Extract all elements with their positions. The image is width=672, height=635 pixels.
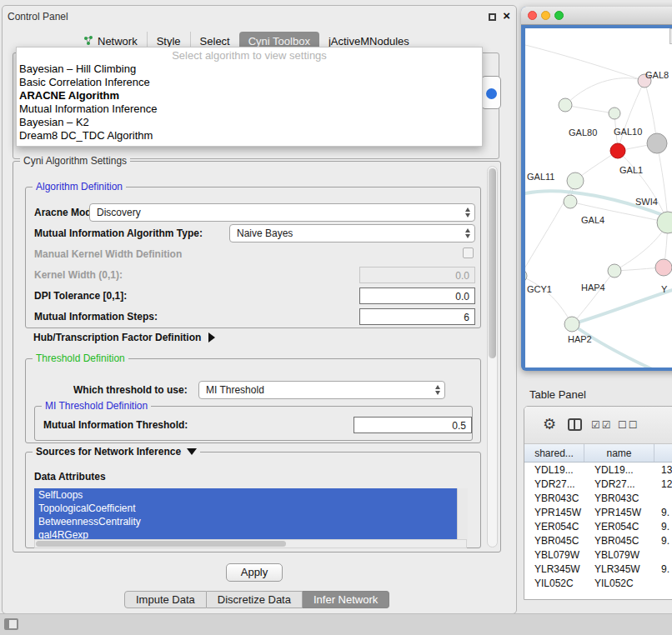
network-node[interactable] [567,172,584,189]
network-canvas[interactable]: GAL8 GAL80 GAL10 GAL1 GAL11 SWI4 GAL4 GC… [525,28,672,368]
node-label: GAL1 [619,165,643,175]
manual-kernel-width-checkbox[interactable] [463,248,474,258]
algorithm-definition-title: Algorithm Definition [33,181,126,192]
network-node[interactable] [564,317,579,332]
tab-label: Style [157,35,181,48]
column-header-name[interactable]: name [584,444,654,462]
attribute-item-selected[interactable]: TopologicalCoefficient [34,502,457,515]
dpi-tolerance-label: DPI Tolerance [0,1]: [34,290,127,302]
table-toolbar: ⚙ ☑☑ ☐☐ [524,407,672,444]
restore-panel-icon[interactable] [4,618,18,630]
cell-value: 9. [654,505,672,519]
scrollbar-thumb[interactable] [489,168,496,358]
minimize-window-icon[interactable] [541,11,550,20]
tab-discretize-data[interactable]: Discretize Data [207,591,303,608]
algorithm-option[interactable]: Mutual Information Inference [17,102,482,116]
close-panel-icon[interactable]: × [503,8,510,22]
table-row[interactable]: YPR145W YPR145W 9. [524,505,672,519]
tab-infer-network[interactable]: Infer Network [303,591,389,608]
network-node[interactable] [559,98,572,112]
cell-name: YIL052C [584,576,654,590]
table-row[interactable]: YIL052C YIL052C [524,576,672,590]
attribute-item-selected[interactable]: BetweennessCentrality [34,515,457,528]
table-row[interactable]: YDR27... YDR27... 12 [524,477,672,491]
close-window-icon[interactable] [528,11,537,20]
network-node[interactable] [608,264,621,278]
table-panel-title: Table Panel [529,388,586,401]
settings-scrollbar[interactable] [487,166,498,548]
network-node-selected[interactable] [610,143,625,158]
combo-arrows-icon [465,228,470,238]
mi-threshold-label: Mutual Information Threshold: [43,419,188,431]
columns-icon[interactable] [568,418,582,431]
which-threshold-select[interactable]: MI Threshold [198,381,445,399]
cell-value: 9. [654,562,672,576]
aracne-mode-select[interactable]: Discovery [89,203,475,222]
cell-value [654,576,672,590]
network-frame: GAL8 GAL80 GAL10 GAL1 GAL11 SWI4 GAL4 GC… [521,25,672,371]
node-label: GAL11 [527,172,554,182]
apply-button[interactable]: Apply [226,563,283,582]
network-node[interactable] [525,269,527,282]
algorithm-option-selected[interactable]: ARACNE Algorithm [17,89,482,102]
table-row[interactable]: YBR043C YBR043C [524,491,672,505]
attributes-horizontal-scrollbar[interactable] [34,539,467,548]
scrollbar-thumb[interactable] [36,541,286,547]
node-label: Y [661,284,667,294]
data-attributes-label: Data Attributes [34,471,106,482]
cyni-algorithm-settings-group: Cyni Algorithm Settings Algorithm Defini… [13,161,501,552]
node-label: HAP4 [581,282,605,292]
node-label: HAP2 [568,334,592,344]
attribute-item-selected[interactable]: SelfLoops [34,488,457,502]
kernel-width-input[interactable]: 0.0 [359,267,475,283]
zoom-window-icon[interactable] [554,11,564,20]
mi-threshold-input[interactable]: 0.5 [354,417,472,433]
algorithm-option[interactable]: Bayesian – Hill Climbing [17,62,482,76]
column-header-3[interactable] [654,444,672,462]
network-node[interactable] [655,259,672,276]
kernel-width-label: Kernel Width (0,1): [34,269,123,281]
data-attributes-list: SelfLoops TopologicalCoefficient Between… [34,488,468,542]
cell-shared: YBR043C [524,491,584,505]
manual-kernel-width-label: Manual Kernel Width Definition [34,248,182,260]
algorithm-option[interactable]: Basic Correlation Inference [17,76,482,89]
float-panel-icon[interactable] [489,13,496,21]
node-label: GAL10 [614,127,642,137]
attributes-vertical-scrollbar[interactable] [457,488,468,542]
gear-icon[interactable]: ⚙ [543,415,556,433]
sources-group-title[interactable]: Sources for Network Inference [33,446,200,458]
mi-threshold-group-title: MI Threshold Definition [42,400,151,412]
cell-name: YPR145W [584,505,654,519]
cell-shared: YBL079W [524,548,584,562]
algorithm-help-button[interactable] [481,76,501,109]
network-node[interactable] [647,133,667,153]
network-node[interactable] [564,195,577,208]
dpi-tolerance-input[interactable]: 0.0 [359,288,475,304]
select-all-icon[interactable]: ☑☑ [591,419,613,431]
table-row[interactable]: YLR345W YLR345W 9. [524,562,672,576]
network-node[interactable] [609,108,620,119]
settings-group-title: Cyni Algorithm Settings [20,155,130,167]
hub-definition-section[interactable]: Hub/Transcription Factor Definition [33,332,215,343]
mi-algorithm-type-select[interactable]: Naive Bayes [229,224,475,242]
table-row[interactable]: YBL079W YBL079W [524,548,672,562]
node-label: GAL4 [581,215,604,225]
tab-impute-data[interactable]: Impute Data [124,591,207,608]
which-threshold-label: Which threshold to use: [73,384,188,396]
mi-steps-input[interactable]: 6 [359,308,475,325]
network-window-titlebar[interactable] [521,7,672,25]
column-header-shared[interactable]: shared... [524,444,584,462]
cyni-bottom-tabs: Impute Data Discretize Data Infer Networ… [124,591,389,608]
deselect-all-icon[interactable]: ☐☐ [618,419,639,431]
algorithm-popup-placeholder: Select algorithm to view settings [17,49,482,62]
algorithm-definition-group: Algorithm Definition Aracne Mode: Discov… [25,187,481,328]
collapse-arrow-icon[interactable] [187,448,197,455]
expand-arrow-icon[interactable] [208,332,215,342]
table-row[interactable]: YDL19... YDL19... 13 [524,462,672,477]
algorithm-option[interactable]: Bayesian – K2 [17,116,482,129]
algorithm-option[interactable]: Dream8 DC_TDC Algorithm [17,129,482,142]
table-row[interactable]: YER054C YER054C 9. [524,519,672,533]
table-row[interactable]: YBR045C YBR045C 9. [524,533,672,548]
sources-group: Sources for Network Inference Data Attri… [25,452,481,548]
mi-steps-label: Mutual Information Steps: [34,311,158,322]
